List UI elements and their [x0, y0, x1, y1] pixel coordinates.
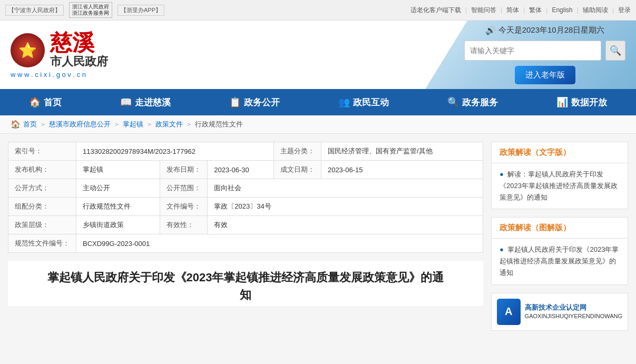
bc-sep1: ＞	[40, 120, 46, 129]
creation-date-value: 2023-06-15	[321, 161, 483, 179]
nav-home-label: 首页	[44, 96, 62, 109]
promo-banner[interactable]: A 高新技术企业认定网 GAOXINJISHUQIYERENDINOWANG	[491, 293, 628, 331]
publish-date-value: 2023-06-30	[208, 161, 274, 179]
category-value: 行政规范性文件	[76, 198, 160, 216]
norm-doc-num-label: 规范性文件编号：	[8, 234, 76, 253]
promo-text: 高新技术企业认定网 GAOXINJISHUQIYERENDINOWANG	[525, 303, 622, 321]
doc-title-line1: 掌起镇人民政府关于印发《2023年掌起镇推进经济高质量发展政策意见》的通	[18, 269, 473, 286]
promo-main-text: 高新技术企业认定网	[525, 303, 622, 312]
main-nav: 🏠 首页 📖 走进慈溪 📋 政务公开 👥 政民互动 🔍 政务服务 📊 数据开放	[0, 89, 636, 115]
top-bar-left: 【宁波市人民政府】 浙江省人民政府 浙江政务服务网 【浙里办APP】	[5, 2, 164, 18]
doc-num-label: 文件编号：	[160, 198, 208, 216]
table-row: 索引号： 11330282002978934M/2023-177962 主题分类…	[8, 142, 483, 161]
login-link[interactable]: 登录	[618, 6, 631, 15]
elderly-download-link[interactable]: 适老化客户端下载	[410, 6, 461, 15]
theme-label: 主题分类：	[273, 142, 321, 161]
publisher-value: 掌起镇	[76, 161, 160, 179]
text-version-title: 政策解读（文字版）	[492, 142, 628, 163]
nav-gov-service-label: 政务服务	[462, 96, 498, 109]
zj-gov-logo: 浙江省人民政府 浙江政务服务网	[69, 2, 112, 18]
table-row: 政策层级： 乡镇街道政策 有效性： 有效	[8, 216, 483, 234]
clipboard-icon: 📋	[229, 96, 241, 108]
chart-icon: 📊	[556, 96, 568, 108]
breadcrumb-home-link[interactable]: 首页	[23, 120, 37, 129]
category-label: 组配分类：	[8, 198, 76, 216]
sep6: |	[612, 6, 614, 14]
nav-gov-open[interactable]: 📋 政务公开	[219, 89, 290, 115]
zlb-app-link[interactable]: 【浙里办APP】	[118, 5, 164, 16]
publisher-label: 发布机构：	[8, 161, 76, 179]
elderly-version-button[interactable]: 进入老年版	[515, 66, 575, 84]
norm-doc-num-value: BCXD99G-2023-0001	[76, 234, 483, 253]
sep5: |	[577, 6, 579, 14]
traditional-link[interactable]: 繁体	[529, 6, 542, 15]
date-announcement: 🔊 今天是2023年10月28日星期六	[485, 25, 605, 35]
open-scope-label: 公开范围：	[160, 179, 208, 198]
smart-qa-link[interactable]: 智能问答	[471, 6, 496, 15]
simplified-link[interactable]: 简体	[506, 6, 519, 15]
sep3: |	[523, 6, 525, 14]
nav-data-open[interactable]: 📊 数据开放	[546, 89, 618, 115]
top-bar-right: 适老化客户端下载 | 智能问答 | 简体 | 繁体 | English | 辅助…	[410, 6, 631, 15]
content-left: 索引号： 11330282002978934M/2023-177962 主题分类…	[8, 142, 483, 331]
chart-version-text: 掌起镇人民政府关于印发《2023年掌起镇推进经济高质量发展政策意见》的通知	[500, 245, 619, 277]
speaker-icon: 🔊	[485, 25, 496, 35]
doc-num-value: 掌政〔2023〕34号	[208, 198, 483, 216]
doc-info-table: 索引号： 11330282002978934M/2023-177962 主题分类…	[8, 142, 483, 253]
search-button[interactable]: 🔍	[605, 41, 625, 61]
text-version-content: ● 解读：掌起镇人民政府关于印发《2023年掌起镇推进经济高质量发展政策意见》的…	[492, 163, 628, 209]
sep1: |	[465, 6, 467, 14]
index-label: 索引号：	[8, 142, 76, 161]
text-version-box: 政策解读（文字版） ● 解读：掌起镇人民政府关于印发《2023年掌起镇推进经济高…	[491, 142, 628, 209]
home-icon-breadcrumb: 🏠	[11, 120, 21, 129]
chart-version-box: 政策解读（图解版） ● 掌起镇人民政府关于印发《2023年掌起镇推进经济高质量发…	[491, 217, 628, 284]
promo-sub-text: GAOXINJISHUQIYERENDINOWANG	[525, 312, 622, 320]
government-emblem: ⭐	[11, 33, 45, 67]
promo-icon: A	[497, 299, 521, 325]
theme-value: 国民经济管理、国有资产监管/其他	[321, 142, 483, 161]
content-right: 政策解读（文字版） ● 解读：掌起镇人民政府关于印发《2023年掌起镇推进经济高…	[491, 142, 628, 331]
text-version-text: 解读：掌起镇人民政府关于印发《2023年掌起镇推进经济高质量发展政策意见》的通知	[500, 170, 618, 201]
open-method-value: 主动公开	[76, 179, 160, 198]
nav-cixi-label: 走进慈溪	[135, 96, 171, 109]
policy-level-label: 政策层级：	[8, 216, 76, 234]
validity-label: 有效性：	[160, 216, 208, 234]
logo-text: 慈溪 市人民政府	[50, 32, 108, 70]
main-content: 索引号： 11330282002978934M/2023-177962 主题分类…	[0, 134, 636, 339]
nav-gov-open-label: 政务公开	[244, 96, 280, 109]
english-link[interactable]: English	[552, 6, 572, 14]
doc-title: 掌起镇人民政府关于印发《2023年掌起镇推进经济高质量发展政策意见》的通 知	[8, 261, 483, 306]
website-url: w w w . c i x i . g o v . c n	[11, 71, 86, 78]
breadcrumb-policy-link[interactable]: 政策文件	[155, 120, 183, 129]
ningbo-gov-link[interactable]: 【宁波市人民政府】	[5, 5, 64, 16]
open-method-label: 公开方式：	[8, 179, 76, 198]
nav-cixi[interactable]: 📖 走进慈溪	[110, 89, 181, 115]
nav-gov-service[interactable]: 🔍 政务服务	[437, 89, 508, 115]
home-icon: 🏠	[29, 96, 41, 108]
bc-sep2: ＞	[113, 120, 120, 129]
nav-interaction[interactable]: 👥 政民互动	[328, 89, 399, 115]
people-icon: 👥	[338, 96, 350, 108]
header-center: 🔊 今天是2023年10月28日星期六 🔍 进入老年版	[464, 25, 625, 84]
breadcrumb-gov-info-link[interactable]: 慈溪市政府信息公开	[49, 120, 111, 129]
table-row: 组配分类： 行政规范性文件 文件编号： 掌政〔2023〕34号	[8, 198, 483, 216]
bullet-icon2: ●	[500, 245, 504, 253]
book-icon: 📖	[120, 96, 132, 108]
city-name: 慈溪	[50, 32, 108, 54]
table-row: 规范性文件编号： BCXD99G-2023-0001	[8, 234, 483, 253]
header: ⭐ 慈溪 市人民政府 w w w . c i x i . g o v . c n…	[0, 21, 636, 89]
logo-area: ⭐ 慈溪 市人民政府 w w w . c i x i . g o v . c n	[11, 32, 108, 78]
logo-title: ⭐ 慈溪 市人民政府	[11, 32, 108, 70]
gov-subtitle: 市人民政府	[50, 54, 108, 70]
nav-data-open-label: 数据开放	[571, 96, 607, 109]
nav-home[interactable]: 🏠 首页	[18, 89, 72, 115]
table-row: 公开方式： 主动公开 公开范围： 面向社会	[8, 179, 483, 198]
breadcrumb-town-link[interactable]: 掌起镇	[123, 120, 143, 129]
accessibility-link[interactable]: 辅助阅读	[583, 6, 608, 15]
bc-sep3: ＞	[146, 120, 153, 129]
search-icon: 🔍	[447, 96, 459, 108]
breadcrumb-current: 行政规范性文件	[195, 120, 243, 129]
search-input[interactable]	[464, 41, 601, 61]
bc-sep4: ＞	[185, 120, 192, 129]
date-text: 今天是2023年10月28日星期六	[498, 25, 605, 35]
